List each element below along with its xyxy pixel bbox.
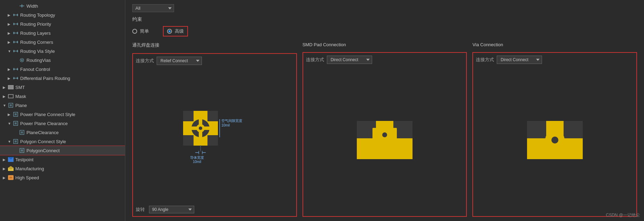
radio-simple-circle [132,29,137,34]
label-power-plane-connect: Power Plane Connect Style [20,112,75,117]
svg-point-4 [13,32,15,34]
sidebar-item-fanout-control[interactable]: ▶ Fanout Control [0,65,125,74]
sidebar-item-routing-layers[interactable]: ▶ Routing Layers [0,28,125,38]
sidebar-item-routing-via-style[interactable]: ▼ Routing Via Style [0,47,125,56]
label-diff-pairs: Differential Pairs Routing [20,76,70,81]
panel-via-title: Via Connection [472,42,637,47]
sidebar-item-power-plane-clearance[interactable]: ▼ Power Plane Clearance [0,119,125,128]
svg-point-15 [17,77,18,79]
arrow-high-speed: ▶ [3,176,8,180]
icon-plane-clearance [19,129,25,136]
sidebar-item-plane-clearance[interactable]: PlaneClearance [0,128,125,137]
label-smt: SMT [15,85,25,90]
sidebar-item-high-speed[interactable]: ▶ High Speed [0,173,125,182]
panel-smd: SMD Pad Connection 连接方式 Direct Connect R… [303,42,467,217]
svg-point-11 [21,59,23,61]
sidebar-item-polygon-connect-style[interactable]: ▼ Polygon Connect Style [0,137,125,146]
svg-point-0 [13,14,15,16]
icon-fanout-control [13,66,19,72]
sidebar-item-manufacturing[interactable]: ▶ Manufacturing [0,164,125,173]
arrow-smt: ▶ [3,85,8,89]
icon-plane [8,102,14,108]
thru-conn-select[interactable]: Relief Connect Direct Connect No Connect [157,57,202,65]
relief-svg: 空气间隙宽度 10mil 导体宽度 10mil [180,107,249,163]
svg-text:10mil: 10mil [193,160,201,163]
radio-advanced[interactable]: 高级 [163,26,188,36]
sidebar-item-diff-pairs[interactable]: ▶ Differential Pairs Routing [0,74,125,83]
panel-via-border: 连接方式 Direct Connect Relief Connect No Co… [472,52,637,217]
icon-high-speed [8,174,14,181]
svg-text:空气间隙宽度: 空气间隙宽度 [221,119,242,123]
svg-rect-55 [564,121,583,138]
smd-conn-row: 连接方式 Direct Connect Relief Connect No Co… [306,56,464,64]
panel-smd-border: 连接方式 Direct Connect Relief Connect No Co… [303,52,467,217]
svg-point-2 [13,23,15,25]
arrow-routing-layers: ▶ [8,31,13,35]
sidebar-item-routing-corners[interactable]: ▶ Routing Corners [0,38,125,47]
svg-point-14 [13,77,15,79]
svg-point-3 [17,23,18,25]
svg-rect-29 [207,111,218,121]
icon-routing-topology [13,12,19,18]
icon-routing-priority [13,21,19,27]
sidebar-item-smt[interactable]: ▶ SMT [0,83,125,92]
sidebar-item-testpoint[interactable]: ▶ Testpoint [0,155,125,164]
svg-rect-28 [183,111,194,121]
sidebar-item-plane[interactable]: ▼ Plane [0,101,125,110]
label-routing-via-style: Routing Via Style [20,49,55,54]
radio-simple[interactable]: 简单 [132,28,149,34]
svg-text:10mil: 10mil [221,123,230,127]
smd-svg [353,117,416,163]
icon-mask [8,93,14,99]
filter-select[interactable]: AllLayerNetNet Class [132,4,174,12]
radio-simple-label: 简单 [140,28,149,34]
relief-diagram-area: 空气间隙宽度 10mil 导体宽度 10mil [136,68,293,206]
icon-testpoint [8,156,14,163]
radio-advanced-circle [167,29,172,34]
main-content: AllLayerNetNet Class 约束 简单 高级 通孔焊盘连接 连接方… [125,0,644,221]
panel-via: Via Connection 连接方式 Direct Connect Relie… [472,42,637,217]
columns-row: 通孔焊盘连接 连接方式 Relief Connect Direct Connec… [132,42,637,217]
rotation-select[interactable]: 90 Angle45 AngleAny Angle [149,206,194,213]
icon-manufacturing [8,165,14,172]
sidebar-item-routing-topology[interactable]: ▶ Routing Topology [0,10,125,19]
label-manufacturing: Manufacturing [15,166,44,171]
via-diagram-area [476,67,634,213]
sidebar-item-routing-priority[interactable]: ▶ Routing Priority [0,19,125,28]
panel-thru-hole: 通孔焊盘连接 连接方式 Relief Connect Direct Connec… [132,42,297,217]
via-conn-select[interactable]: Direct Connect Relief Connect No Connect [497,56,542,64]
via-conn-row: 连接方式 Direct Connect Relief Connect No Co… [476,56,634,64]
radio-row: 简单 高级 [132,26,637,36]
svg-point-13 [17,68,18,70]
sidebar-item-power-plane-connect[interactable]: ▶ Power Plane Connect Style [0,110,125,119]
sidebar-item-mask[interactable]: ▶ Mask [0,92,125,101]
label-high-speed: High Speed [15,175,39,180]
arrow-manufacturing: ▶ [3,167,8,171]
svg-point-36 [199,126,202,130]
svg-point-6 [13,41,15,43]
icon-routing-layers [13,30,19,36]
label-power-plane-clearance: Power Plane Clearance [20,121,68,126]
smd-conn-select[interactable]: Direct Connect Relief Connect No Connect [327,56,372,64]
panel-thru-hole-title: 通孔焊盘连接 [132,42,297,48]
sidebar-item-width[interactable]: Width [0,1,125,10]
icon-routing-via-style [13,48,19,54]
icon-routing-vias [19,57,25,63]
svg-rect-30 [183,135,194,146]
filter-row: AllLayerNetNet Class [132,4,637,12]
arrow-polygon-connect-style: ▼ [8,140,13,144]
arrow-routing-corners: ▶ [8,40,13,44]
icon-polygon-connect [19,147,25,154]
sidebar-item-polygon-connect[interactable]: PolygonConnect [0,146,125,155]
arrow-power-plane-clearance: ▼ [8,122,13,125]
sidebar-item-routing-vias[interactable]: RoutingVias [0,56,125,65]
svg-text:导体宽度: 导体宽度 [190,156,204,159]
svg-point-52 [382,132,387,137]
icon-power-plane-clearance [13,120,19,126]
radio-advanced-label: 高级 [175,28,184,34]
arrow-mask: ▶ [3,95,8,98]
label-routing-corners: Routing Corners [20,40,53,45]
icon-polygon-connect-style [13,138,19,145]
svg-point-9 [17,50,18,52]
icon-diff-pairs [13,75,19,81]
